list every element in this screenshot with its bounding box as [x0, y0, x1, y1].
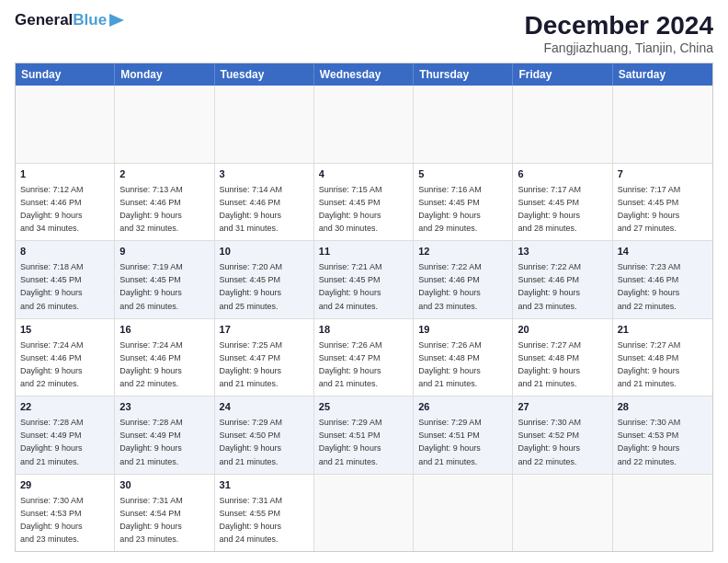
day-number: 27: [518, 400, 607, 414]
empty-cell: [414, 86, 513, 163]
day-cell: 15Sunrise: 7:24 AMSunset: 4:46 PMDayligh…: [16, 319, 115, 396]
logo-blue: Blue: [73, 11, 107, 29]
cell-info: Sunrise: 7:30 AMSunset: 4:53 PMDaylight:…: [618, 418, 681, 465]
svg-marker-0: [109, 14, 124, 27]
calendar-header-day: Wednesday: [314, 63, 414, 86]
cell-info: Sunrise: 7:31 AMSunset: 4:54 PMDaylight:…: [119, 496, 183, 544]
title-block: December 2024 Fangjiazhuang, Tianjin, Ch…: [525, 11, 713, 55]
calendar-week: 15Sunrise: 7:24 AMSunset: 4:46 PMDayligh…: [16, 319, 712, 397]
empty-cell: [613, 475, 712, 552]
cell-info: Sunrise: 7:20 AMSunset: 4:45 PMDaylight:…: [220, 262, 283, 310]
calendar-week: 1Sunrise: 7:12 AMSunset: 4:46 PMDaylight…: [16, 164, 712, 242]
cell-info: Sunrise: 7:19 AMSunset: 4:45 PMDaylight:…: [119, 262, 183, 310]
day-cell: 30Sunrise: 7:31 AMSunset: 4:54 PMDayligh…: [115, 475, 214, 552]
day-cell: 27Sunrise: 7:30 AMSunset: 4:52 PMDayligh…: [513, 396, 612, 474]
calendar-week: [16, 86, 712, 164]
cell-info: Sunrise: 7:30 AMSunset: 4:52 PMDaylight:…: [518, 418, 581, 465]
day-cell: 26Sunrise: 7:29 AMSunset: 4:51 PMDayligh…: [414, 396, 513, 474]
day-cell: 10Sunrise: 7:20 AMSunset: 4:45 PMDayligh…: [215, 241, 314, 318]
day-number: 2: [119, 167, 209, 181]
day-cell: 2Sunrise: 7:13 AMSunset: 4:46 PMDaylight…: [115, 164, 214, 241]
day-number: 21: [618, 323, 708, 337]
cell-info: Sunrise: 7:18 AMSunset: 4:45 PMDaylight:…: [20, 262, 84, 310]
calendar-body: 1Sunrise: 7:12 AMSunset: 4:46 PMDaylight…: [16, 86, 712, 551]
cell-info: Sunrise: 7:23 AMSunset: 4:46 PMDaylight:…: [618, 262, 681, 310]
calendar: SundayMondayTuesdayWednesdayThursdayFrid…: [15, 63, 713, 552]
day-cell: 3Sunrise: 7:14 AMSunset: 4:46 PMDaylight…: [215, 164, 314, 241]
day-number: 12: [418, 245, 507, 259]
day-number: 24: [220, 400, 309, 414]
empty-cell: [314, 86, 414, 163]
cell-info: Sunrise: 7:15 AMSunset: 4:45 PMDaylight:…: [319, 185, 382, 233]
day-cell: 24Sunrise: 7:29 AMSunset: 4:50 PMDayligh…: [215, 396, 314, 474]
cell-info: Sunrise: 7:29 AMSunset: 4:50 PMDaylight:…: [220, 418, 283, 465]
day-cell: 7Sunrise: 7:17 AMSunset: 4:45 PMDaylight…: [613, 164, 712, 241]
cell-info: Sunrise: 7:24 AMSunset: 4:46 PMDaylight:…: [20, 340, 84, 388]
day-cell: 17Sunrise: 7:25 AMSunset: 4:47 PMDayligh…: [215, 319, 314, 396]
day-cell: 20Sunrise: 7:27 AMSunset: 4:48 PMDayligh…: [513, 319, 612, 396]
day-number: 19: [418, 323, 507, 337]
day-cell: 16Sunrise: 7:24 AMSunset: 4:46 PMDayligh…: [115, 319, 214, 396]
day-number: 1: [20, 167, 109, 181]
logo: General Blue: [15, 11, 124, 29]
cell-info: Sunrise: 7:16 AMSunset: 4:45 PMDaylight:…: [418, 185, 482, 233]
empty-cell: [215, 86, 314, 163]
cell-info: Sunrise: 7:24 AMSunset: 4:46 PMDaylight:…: [119, 340, 183, 388]
day-cell: 11Sunrise: 7:21 AMSunset: 4:45 PMDayligh…: [314, 241, 414, 318]
day-number: 15: [20, 323, 109, 337]
day-number: 4: [319, 167, 408, 181]
day-cell: 23Sunrise: 7:28 AMSunset: 4:49 PMDayligh…: [115, 396, 214, 474]
logo-general: General: [15, 11, 73, 29]
day-number: 31: [220, 478, 309, 492]
day-cell: 22Sunrise: 7:28 AMSunset: 4:49 PMDayligh…: [16, 396, 115, 474]
empty-cell: [414, 475, 513, 552]
cell-info: Sunrise: 7:17 AMSunset: 4:45 PMDaylight:…: [618, 185, 681, 233]
day-number: 14: [618, 245, 708, 259]
day-number: 10: [220, 245, 309, 259]
cell-info: Sunrise: 7:31 AMSunset: 4:55 PMDaylight:…: [220, 496, 283, 544]
cell-info: Sunrise: 7:26 AMSunset: 4:47 PMDaylight:…: [319, 340, 382, 388]
cell-info: Sunrise: 7:28 AMSunset: 4:49 PMDaylight:…: [119, 418, 183, 465]
cell-info: Sunrise: 7:21 AMSunset: 4:45 PMDaylight:…: [319, 262, 382, 310]
day-number: 11: [319, 245, 408, 259]
calendar-header-day: Monday: [115, 63, 214, 86]
calendar-header-day: Tuesday: [215, 63, 314, 86]
empty-cell: [613, 86, 712, 163]
empty-cell: [314, 475, 414, 552]
day-number: 17: [220, 323, 309, 337]
day-cell: 28Sunrise: 7:30 AMSunset: 4:53 PMDayligh…: [613, 396, 712, 474]
day-cell: 4Sunrise: 7:15 AMSunset: 4:45 PMDaylight…: [314, 164, 414, 241]
day-number: 13: [518, 245, 607, 259]
cell-info: Sunrise: 7:29 AMSunset: 4:51 PMDaylight:…: [319, 418, 382, 465]
cell-info: Sunrise: 7:27 AMSunset: 4:48 PMDaylight:…: [518, 340, 581, 388]
cell-info: Sunrise: 7:25 AMSunset: 4:47 PMDaylight:…: [220, 340, 283, 388]
cell-info: Sunrise: 7:28 AMSunset: 4:49 PMDaylight:…: [20, 418, 84, 465]
day-number: 20: [518, 323, 607, 337]
cell-info: Sunrise: 7:22 AMSunset: 4:46 PMDaylight:…: [518, 262, 581, 310]
day-cell: 19Sunrise: 7:26 AMSunset: 4:48 PMDayligh…: [414, 319, 513, 396]
calendar-header-day: Thursday: [414, 63, 513, 86]
day-cell: 21Sunrise: 7:27 AMSunset: 4:48 PMDayligh…: [613, 319, 712, 396]
empty-cell: [513, 475, 612, 552]
day-number: 18: [319, 323, 408, 337]
day-cell: 14Sunrise: 7:23 AMSunset: 4:46 PMDayligh…: [613, 241, 712, 318]
calendar-header: SundayMondayTuesdayWednesdayThursdayFrid…: [16, 63, 712, 86]
day-cell: 29Sunrise: 7:30 AMSunset: 4:53 PMDayligh…: [16, 475, 115, 552]
calendar-header-day: Saturday: [613, 63, 712, 86]
cell-info: Sunrise: 7:22 AMSunset: 4:46 PMDaylight:…: [418, 262, 482, 310]
day-number: 23: [119, 400, 209, 414]
calendar-header-day: Sunday: [16, 63, 115, 86]
main-title: December 2024: [525, 11, 713, 40]
day-cell: 25Sunrise: 7:29 AMSunset: 4:51 PMDayligh…: [314, 396, 414, 474]
calendar-header-day: Friday: [513, 63, 612, 86]
day-cell: 9Sunrise: 7:19 AMSunset: 4:45 PMDaylight…: [115, 241, 214, 318]
page: General Blue December 2024 Fangjiazhuang…: [0, 0, 728, 563]
day-cell: 5Sunrise: 7:16 AMSunset: 4:45 PMDaylight…: [414, 164, 513, 241]
cell-info: Sunrise: 7:13 AMSunset: 4:46 PMDaylight:…: [119, 185, 183, 233]
day-number: 25: [319, 400, 408, 414]
calendar-week: 22Sunrise: 7:28 AMSunset: 4:49 PMDayligh…: [16, 396, 712, 475]
cell-info: Sunrise: 7:29 AMSunset: 4:51 PMDaylight:…: [418, 418, 482, 465]
calendar-week: 8Sunrise: 7:18 AMSunset: 4:45 PMDaylight…: [16, 241, 712, 319]
empty-cell: [16, 86, 115, 163]
calendar-week: 29Sunrise: 7:30 AMSunset: 4:53 PMDayligh…: [16, 475, 712, 552]
